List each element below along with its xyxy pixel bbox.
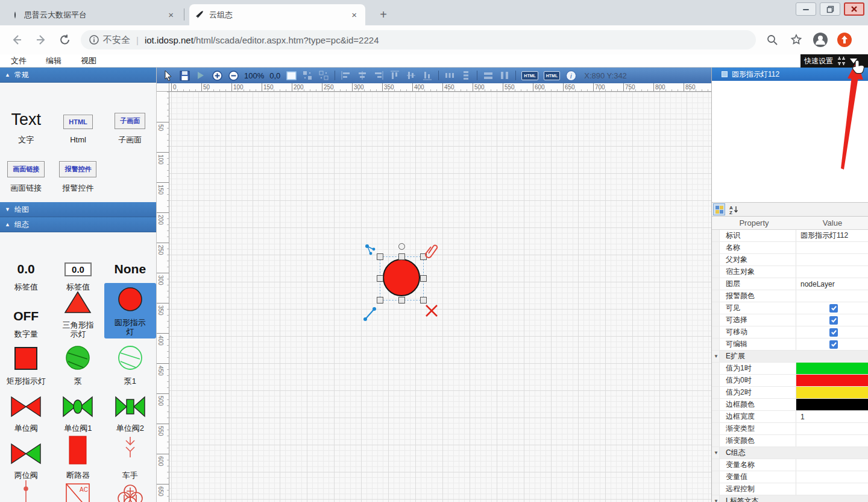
dropdown-arrow-icon[interactable] — [850, 59, 857, 64]
property-row[interactable]: 图层nodeLayer — [712, 278, 868, 290]
property-row[interactable]: 报警颜色 — [712, 290, 868, 302]
palette-item-inverter[interactable]: ACDC 逆变器 — [65, 480, 90, 502]
property-row[interactable]: 渐变颜色 — [712, 435, 868, 447]
prop-value[interactable]: nodeLayer — [796, 278, 868, 290]
distribute-h-icon[interactable] — [444, 70, 455, 81]
palette-item-breaker[interactable]: 断路器 — [66, 433, 90, 480]
palette-item-two-valve[interactable]: 两位阀 — [10, 433, 42, 480]
prop-value[interactable] — [796, 423, 868, 434]
palette-item-digital[interactable]: OFF 数字量 — [13, 291, 39, 338]
prop-value[interactable] — [796, 375, 868, 386]
same-height-icon[interactable] — [499, 70, 510, 81]
prop-value[interactable] — [796, 266, 868, 278]
checkbox-checked-icon[interactable] — [829, 304, 838, 313]
property-row[interactable]: 渐变类型 — [712, 423, 868, 435]
zoom-out-icon[interactable] — [228, 70, 239, 81]
menu-file[interactable]: 文件 — [11, 56, 35, 66]
back-icon[interactable] — [10, 33, 24, 47]
prop-value[interactable] — [796, 483, 868, 495]
checkbox-checked-icon[interactable] — [829, 328, 838, 337]
resize-handle-sw[interactable] — [377, 297, 383, 303]
browser-tab-1[interactable]: 思普云大数据平台 × — [5, 4, 182, 25]
section-collapse-icon[interactable]: ▼ — [714, 498, 719, 502]
palette-item-pump[interactable]: 泵 — [65, 338, 90, 386]
align-bottom-icon[interactable] — [422, 70, 433, 81]
connect-anchor-icon[interactable] — [365, 244, 377, 256]
property-row[interactable]: 名称 — [712, 242, 868, 254]
resize-handle-se[interactable] — [420, 297, 427, 303]
color-swatch[interactable] — [796, 375, 868, 386]
palette-item-tag-value[interactable]: 0.0 标签值 — [14, 244, 38, 291]
property-row[interactable]: 父对象 — [712, 254, 868, 266]
restore-button[interactable] — [820, 2, 840, 16]
prop-value[interactable] — [796, 363, 868, 374]
prop-value[interactable] — [796, 326, 868, 338]
property-row[interactable]: 可选择 — [712, 314, 868, 326]
prop-value[interactable] — [796, 302, 868, 314]
connect-line-icon[interactable] — [363, 307, 377, 321]
align-middle-icon[interactable] — [406, 70, 417, 81]
prop-value[interactable] — [796, 387, 868, 398]
color-swatch[interactable] — [796, 399, 868, 410]
checkbox-checked-icon[interactable] — [829, 340, 838, 349]
palette-section-general[interactable]: ▲ 常规 — [0, 68, 156, 83]
browser-update-icon[interactable] — [837, 32, 852, 48]
zoom-search-icon[interactable] — [764, 32, 780, 48]
snap-object-icon[interactable] — [318, 70, 329, 81]
delete-x-icon[interactable] — [425, 304, 438, 317]
property-row[interactable]: 边框宽度1 — [712, 411, 868, 423]
palette-item-triangle-indicator[interactable]: 三角形指示灯 — [60, 291, 96, 338]
info-icon[interactable] — [89, 35, 99, 45]
prop-value[interactable] — [796, 399, 868, 410]
property-section-row[interactable]: ▼E扩展 — [712, 351, 868, 363]
property-row[interactable]: 可移动 — [712, 326, 868, 338]
prop-value[interactable] — [796, 459, 868, 471]
palette-section-drawing[interactable]: ▼ 绘图 — [0, 202, 156, 217]
selected-object-header[interactable]: 圆形指示灯112 — [712, 68, 868, 81]
align-center-icon[interactable] — [357, 70, 368, 81]
prop-value[interactable] — [796, 471, 868, 483]
html-preview-button[interactable]: HTML — [544, 71, 560, 80]
select-cursor-icon[interactable] — [163, 70, 174, 81]
rotate-handle[interactable] — [398, 243, 405, 250]
palette-item-pump1[interactable]: 泵1 — [118, 338, 143, 386]
align-right-icon[interactable] — [373, 70, 384, 81]
color-swatch[interactable] — [796, 363, 868, 374]
security-label[interactable]: 不安全 — [103, 34, 130, 46]
prop-value[interactable]: 圆形指示灯112 — [796, 230, 868, 241]
forward-icon[interactable] — [34, 33, 48, 47]
info-icon[interactable]: i — [565, 70, 576, 81]
palette-item-circle-indicator-selected[interactable]: 圆形指示灯 — [104, 291, 156, 338]
align-left-icon[interactable] — [341, 70, 351, 81]
bookmark-star-icon[interactable] — [788, 32, 804, 48]
snap-grid-icon[interactable] — [302, 70, 313, 81]
minimize-button[interactable] — [796, 2, 816, 16]
property-row[interactable]: 远程控制 — [712, 483, 868, 495]
property-row[interactable]: 可编辑 — [712, 338, 868, 351]
canvas-size-icon[interactable] — [286, 70, 297, 81]
palette-item-tag-value-boxed[interactable]: 0.0 标签值 — [64, 244, 92, 291]
attach-paperclip-icon[interactable] — [425, 244, 438, 258]
property-row[interactable]: 变量值 — [712, 471, 868, 483]
align-top-icon[interactable] — [389, 70, 400, 81]
checkbox-checked-icon[interactable] — [829, 316, 838, 325]
palette-item-valve[interactable]: 单位阀 — [10, 386, 42, 433]
property-row[interactable]: 宿主对象 — [712, 266, 868, 278]
palette-item-subscreen[interactable]: 子画面 子画面 — [115, 96, 145, 144]
palette-item-valve2[interactable]: 单位阀2 — [115, 386, 146, 433]
palette-item-pt[interactable]: PT — [116, 480, 145, 502]
prop-value[interactable] — [796, 290, 868, 302]
html-source-button[interactable]: HTML — [521, 71, 538, 80]
tab-close-icon[interactable]: × — [349, 10, 359, 20]
palette-section-scada[interactable]: ▲ 组态 — [0, 217, 156, 232]
new-tab-button[interactable]: + — [375, 6, 392, 23]
property-row[interactable]: 值为0时 — [712, 375, 868, 387]
palette-item-handcart[interactable]: 车手 — [120, 433, 140, 480]
menu-edit[interactable]: 编辑 — [46, 56, 70, 66]
resize-handle-e[interactable] — [420, 275, 427, 282]
run-icon[interactable] — [195, 70, 206, 81]
property-row[interactable]: 变量名称 — [712, 459, 868, 471]
property-row[interactable]: 可见 — [712, 302, 868, 314]
same-width-icon[interactable] — [483, 70, 494, 81]
resize-handle-s[interactable] — [398, 297, 405, 303]
